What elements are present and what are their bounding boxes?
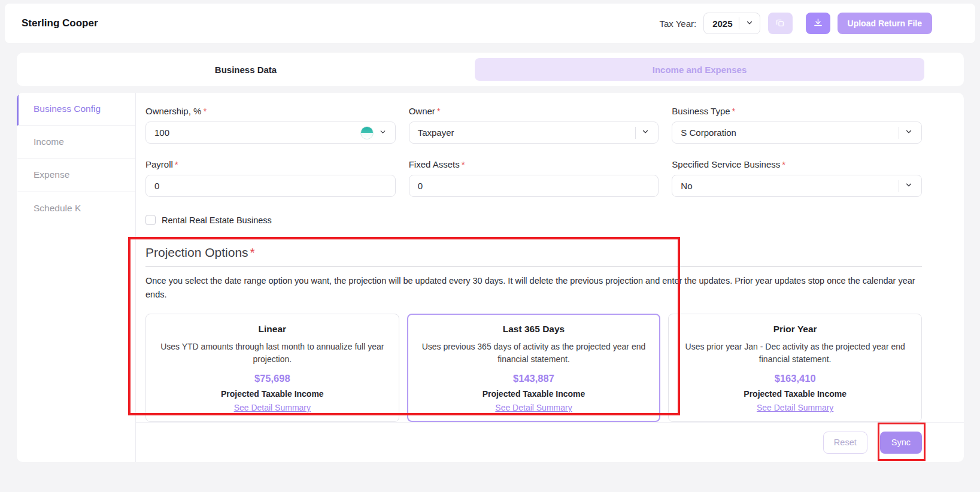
ownership-input-wrap: [145, 122, 396, 144]
download-button[interactable]: [806, 13, 830, 34]
fixed-assets-label-text: Fixed Assets: [409, 159, 460, 169]
projection-card-prior-year[interactable]: Prior Year Uses prior year Jan - Dec act…: [668, 314, 922, 422]
payroll-input[interactable]: [154, 181, 387, 191]
business-type-select-value: S Corporation: [681, 127, 736, 138]
ownership-input[interactable]: [154, 127, 360, 138]
business-type-label-text: Business Type: [672, 106, 730, 116]
owner-select-adornment: [635, 127, 650, 139]
sync-button[interactable]: Sync: [880, 432, 922, 454]
app-header: Sterling Cooper Tax Year: 2025 Upload: [5, 4, 975, 43]
required-marker: *: [250, 245, 255, 259]
specified-service-label: Specified Service Business*: [672, 159, 922, 169]
card-amount: $75,698: [158, 373, 387, 384]
owner-label-text: Owner: [409, 106, 435, 116]
see-detail-summary-link[interactable]: See Detail Summary: [234, 403, 311, 412]
business-config-form: Ownership, %*: [136, 93, 964, 422]
business-type-field-group: Business Type* S Corporation: [672, 106, 922, 144]
business-type-label: Business Type*: [672, 106, 922, 116]
tab-income-and-expenses[interactable]: Income and Expenses: [475, 58, 924, 81]
required-marker: *: [782, 159, 785, 169]
chevron-down-icon: [641, 127, 650, 138]
chevron-down-icon: [379, 127, 387, 138]
header-actions: Tax Year: 2025 Upload Return File: [659, 13, 932, 34]
sidebar-item-schedule-k[interactable]: Schedule K: [17, 192, 135, 224]
reset-button[interactable]: Reset: [823, 432, 867, 454]
main-panel: Business Config Income Expense Schedule …: [17, 93, 964, 462]
fixed-assets-input-wrap: [409, 175, 659, 197]
tab-business-data[interactable]: Business Data: [17, 65, 475, 75]
ownership-field-group: Ownership, %*: [145, 106, 396, 144]
see-detail-summary-link[interactable]: See Detail Summary: [495, 403, 572, 412]
form-footer: Reset Sync: [136, 422, 964, 462]
upload-return-file-button[interactable]: Upload Return File: [838, 13, 932, 34]
tax-year-value: 2025: [712, 19, 732, 29]
card-title: Last 365 Days: [420, 324, 648, 335]
projection-card-last-365-days[interactable]: Last 365 Days Uses previous 365 days of …: [407, 314, 661, 422]
owner-select[interactable]: Taxpayer: [409, 122, 659, 144]
tax-year-label: Tax Year:: [659, 19, 696, 29]
projection-cards: Linear Uses YTD amounts through last mon…: [145, 314, 922, 422]
required-marker: *: [203, 106, 207, 116]
teal-circle-icon: [360, 126, 374, 139]
sidebar-item-expense[interactable]: Expense: [17, 159, 135, 192]
divider: [899, 180, 899, 192]
fixed-assets-input[interactable]: [418, 181, 650, 191]
specified-service-field-group: Specified Service Business* No: [672, 159, 922, 197]
payroll-label: Payroll*: [145, 159, 396, 169]
required-marker: *: [732, 106, 736, 116]
projection-card-linear[interactable]: Linear Uses YTD amounts through last mon…: [145, 314, 399, 422]
projection-options-section: Projection Options* Once you select the …: [145, 245, 922, 422]
divider: [635, 127, 636, 139]
chevron-down-icon: [745, 19, 754, 29]
sidebar-item-income[interactable]: Income: [17, 126, 135, 159]
form-grid: Ownership, %*: [145, 106, 922, 212]
business-type-select-adornment: [899, 127, 913, 139]
projection-options-title: Projection Options*: [145, 245, 922, 267]
specified-service-select-adornment: [899, 180, 913, 192]
ownership-label-text: Ownership, %: [145, 106, 201, 116]
see-detail-summary-link[interactable]: See Detail Summary: [757, 403, 833, 412]
tab-bar: Business Data Income and Expenses: [17, 53, 964, 86]
payroll-input-wrap: [145, 175, 396, 197]
required-marker: *: [462, 159, 465, 169]
ownership-label: Ownership, %*: [145, 106, 396, 116]
sidebar-item-business-config[interactable]: Business Config: [17, 93, 135, 126]
ownership-adornment[interactable]: [360, 126, 387, 139]
page: Sterling Cooper Tax Year: 2025 Upload: [0, 0, 980, 492]
card-amount: $143,887: [420, 373, 648, 384]
owner-label: Owner*: [409, 106, 659, 116]
specified-service-select-value: No: [681, 181, 692, 191]
fixed-assets-field-group: Fixed Assets*: [409, 159, 659, 197]
required-marker: *: [437, 106, 441, 116]
download-icon: [813, 17, 823, 29]
divider: [899, 127, 899, 139]
copy-button[interactable]: [768, 13, 793, 34]
app-title: Sterling Cooper: [22, 17, 98, 29]
card-amount: $163,410: [681, 373, 909, 384]
payroll-field-group: Payroll*: [145, 159, 396, 197]
specified-service-select[interactable]: No: [672, 175, 922, 197]
projection-options-description: Once you select the date range option yo…: [145, 274, 921, 302]
projection-options-title-text: Projection Options: [145, 245, 248, 259]
chevron-down-icon: [905, 181, 913, 191]
card-amount-label: Projected Taxable Income: [681, 389, 909, 399]
card-title: Prior Year: [681, 324, 909, 335]
card-description: Uses prior year Jan - Dec activity as th…: [681, 341, 909, 365]
business-type-select[interactable]: S Corporation: [672, 122, 922, 144]
chevron-down-icon: [905, 127, 913, 138]
content-wrap: Ownership, %*: [136, 93, 964, 462]
card-description: Uses previous 365 days of activity as th…: [420, 341, 648, 365]
divider: [739, 17, 739, 29]
owner-field-group: Owner* Taxpayer: [409, 106, 659, 144]
tax-year-select[interactable]: 2025: [703, 13, 760, 34]
sidebar: Business Config Income Expense Schedule …: [17, 93, 136, 462]
fixed-assets-label: Fixed Assets*: [409, 159, 659, 169]
checkbox-unchecked-icon[interactable]: [145, 215, 156, 225]
card-amount-label: Projected Taxable Income: [420, 389, 648, 399]
card-description: Uses YTD amounts through last month to a…: [158, 341, 387, 365]
card-amount-label: Projected Taxable Income: [158, 389, 387, 399]
rental-real-estate-checkbox-row[interactable]: Rental Real Estate Business: [145, 215, 922, 225]
owner-select-value: Taxpayer: [418, 127, 454, 138]
copy-icon: [775, 18, 785, 29]
rental-real-estate-checkbox-label: Rental Real Estate Business: [162, 215, 272, 225]
